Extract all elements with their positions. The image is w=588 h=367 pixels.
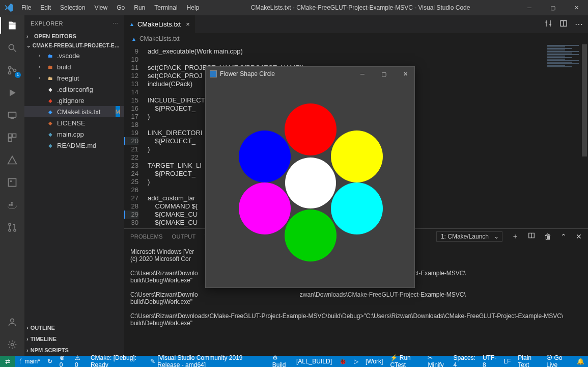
svg-rect-9 (9, 138, 12, 142)
explorer-icon[interactable] (6, 19, 18, 32)
kill-terminal-icon[interactable]: 🗑 (544, 232, 551, 241)
split-terminal-icon[interactable] (528, 232, 535, 241)
scm-icon[interactable]: 1 (6, 64, 18, 76)
terminal-selector[interactable]: 1: CMake/Launch (436, 231, 502, 242)
svg-rect-7 (9, 134, 12, 138)
more-actions-icon[interactable]: ⋯ (575, 19, 583, 29)
menu-view[interactable]: View (90, 2, 111, 13)
git-sync[interactable]: ↻ (44, 356, 56, 367)
svg-rect-10 (9, 179, 16, 187)
status-bar: ⇄ ᚶ main* ↻ ⊗ 0 ⚠ 0 CMake: [Debug]: Read… (0, 356, 588, 367)
file-tree: ›🖿.vscode›🖿build›🖿freeglut◆.editorconfig… (24, 50, 124, 151)
remote-indicator[interactable]: ⇄ (0, 356, 15, 367)
menu-bar: FileEditSelectionViewGoRunTerminalHelp (17, 2, 203, 13)
docker-icon[interactable] (6, 199, 18, 211)
svg-point-24 (285, 158, 336, 208)
cmake-status[interactable]: CMake: [Debug]: Ready (87, 356, 147, 367)
picture-icon[interactable] (6, 176, 18, 189)
svg-point-29 (239, 182, 291, 234)
menu-selection[interactable]: Selection (56, 2, 89, 13)
svg-point-3 (9, 72, 11, 74)
menu-go[interactable]: Go (113, 2, 129, 13)
svg-rect-13 (11, 204, 13, 205)
folder--vscode[interactable]: ›🖿.vscode (24, 50, 124, 61)
svg-rect-12 (9, 204, 10, 205)
file--editorconfig[interactable]: ◆.editorconfig (24, 84, 124, 95)
split-editor-icon[interactable] (559, 19, 568, 30)
svg-point-28 (285, 209, 337, 261)
build-button[interactable]: ⚙ Build (269, 356, 293, 367)
pull-requests-icon[interactable] (6, 221, 18, 233)
status-warnings[interactable]: ⚠ 0 (71, 356, 87, 367)
svg-point-0 (9, 44, 14, 49)
menu-edit[interactable]: Edit (36, 2, 55, 13)
search-icon[interactable] (6, 42, 18, 54)
file-LICENSE[interactable]: ◆LICENSE (24, 117, 124, 128)
open-editors-section[interactable]: ›OPEN EDITORS (24, 32, 124, 41)
window-close-icon[interactable]: ✕ (565, 0, 588, 15)
status-toolkit[interactable]: ✎ [Visual Studio Community 2019 Release … (147, 356, 268, 367)
notifications-icon[interactable]: 🔔 (573, 356, 588, 367)
go-live-button[interactable]: ⦿ Go Live (543, 356, 573, 367)
file--gitignore[interactable]: ◆.gitignore (24, 95, 124, 106)
svg-point-15 (9, 223, 11, 225)
file-README-md[interactable]: ◆README.md (24, 140, 124, 151)
app-icon (210, 70, 217, 77)
activity-bar: 1 (0, 15, 24, 356)
outline-section[interactable]: ›OUTLINE (24, 322, 124, 333)
svg-point-18 (11, 319, 14, 322)
minimap[interactable] (545, 44, 581, 106)
window-minimize-icon[interactable]: ─ (518, 0, 541, 15)
running-app-window[interactable]: Flower Shape Circle ─ ▢ ✕ (205, 66, 415, 288)
file-CMakeLists-txt[interactable]: ◆CMakeLists.txtM (24, 106, 124, 117)
sidebar-more-icon[interactable]: ⋯ (113, 20, 119, 27)
build-target[interactable]: [ALL_BUILD] (293, 356, 335, 367)
debug-button[interactable]: 🐞 (335, 356, 350, 367)
app-close-icon[interactable]: ✕ (396, 71, 414, 77)
minify-button[interactable]: ✂ Minify (424, 356, 450, 367)
triangle-icon[interactable] (6, 154, 18, 166)
run-button[interactable]: ▷ (350, 356, 362, 367)
app-canvas (206, 81, 414, 287)
breadcrumb[interactable]: ▲ CMakeLists.txt (124, 33, 588, 44)
remote-explorer-icon[interactable] (6, 109, 18, 121)
launch-target[interactable]: [Work] (362, 356, 386, 367)
file-icon: ▲ (129, 21, 134, 27)
gear-icon[interactable] (6, 338, 18, 351)
extensions-icon[interactable] (6, 132, 18, 144)
folder-build[interactable]: ›🖿build (24, 61, 124, 72)
panel-tab-output[interactable]: OUTPUT (172, 233, 196, 240)
panel-tab-problems[interactable]: PROBLEMS (130, 233, 163, 240)
account-icon[interactable] (6, 316, 18, 328)
ctest-button[interactable]: ⚡ Run CTest (386, 356, 424, 367)
git-branch[interactable]: ᚶ main* (15, 356, 44, 367)
menu-run[interactable]: Run (130, 2, 149, 13)
new-terminal-icon[interactable]: ＋ (512, 232, 519, 241)
maximize-panel-icon[interactable]: ⌃ (561, 232, 567, 241)
compare-changes-icon[interactable] (544, 19, 552, 30)
run-debug-icon[interactable] (6, 87, 18, 99)
menu-file[interactable]: File (17, 2, 35, 13)
menu-terminal[interactable]: Terminal (150, 2, 181, 13)
status-lang[interactable]: Plain Text (514, 356, 543, 367)
close-panel-icon[interactable]: ✕ (576, 232, 582, 241)
status-eol[interactable]: LF (500, 356, 514, 367)
status-errors[interactable]: ⊗ 0 (56, 356, 71, 367)
editor-scrollbar[interactable] (581, 44, 588, 228)
menu-help[interactable]: Help (183, 2, 204, 13)
app-minimize-icon[interactable]: ─ (353, 71, 372, 77)
timeline-section[interactable]: ›TIMELINE (24, 333, 124, 345)
tab-cmakelists[interactable]: ▲ CMakeLists.txt × (124, 15, 195, 33)
file-main-cpp[interactable]: ◆main.cpp (24, 128, 124, 140)
status-encoding[interactable]: UTF-8 (479, 356, 500, 367)
tab-close-icon[interactable]: × (186, 20, 190, 28)
tab-label: CMakeLists.txt (137, 20, 181, 28)
window-maximize-icon[interactable]: ▢ (541, 0, 565, 15)
svg-rect-5 (9, 112, 16, 117)
status-spaces[interactable]: Spaces: 4 (450, 356, 479, 367)
vscode-logo-icon (0, 3, 17, 13)
app-titlebar[interactable]: Flower Shape Circle ─ ▢ ✕ (206, 67, 414, 81)
folder-freeglut[interactable]: ›🖿freeglut (24, 72, 124, 84)
project-section[interactable]: ⌄CMAKE-FREEGLUT-PROJECT-EXAMPLE-MSVC (24, 41, 124, 50)
app-maximize-icon[interactable]: ▢ (375, 71, 393, 77)
